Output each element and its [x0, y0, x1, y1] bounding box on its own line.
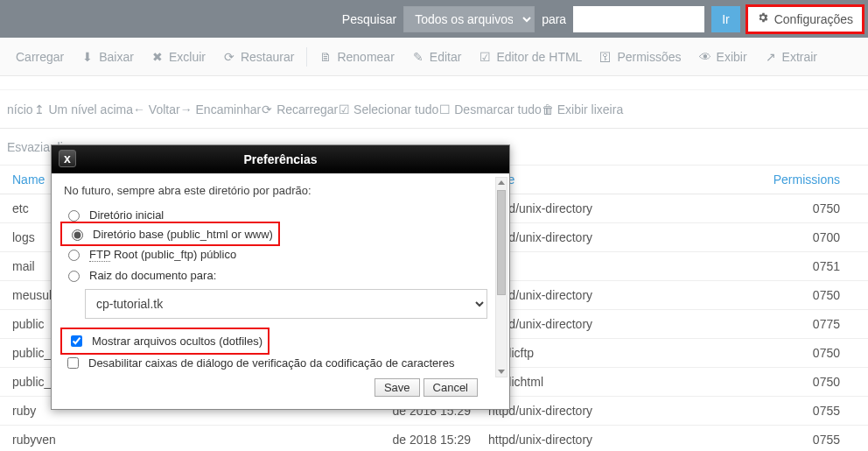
x-icon: ✖: [151, 50, 164, 64]
cell-permissions: 0755: [690, 433, 861, 447]
modal-lead-text: No futuro, sempre abra este diretório po…: [64, 184, 497, 197]
opt-ftp-label: FTP Root (public_ftp) público: [89, 248, 236, 261]
opt-base-radio[interactable]: [72, 229, 83, 241]
search-go-button[interactable]: Ir: [711, 6, 740, 32]
toolbar-separator: [306, 47, 307, 67]
download-button[interactable]: ⬇ Baixar: [73, 38, 143, 75]
view-trash-button[interactable]: 🗑 Exibir lixeira: [542, 102, 623, 116]
col-type-header[interactable]: Type: [488, 173, 690, 187]
opt-ftp-radio[interactable]: [68, 250, 80, 261]
table-row[interactable]: rubyvende 2018 15:29httpd/unix-directory…: [0, 426, 868, 451]
docroot-domain-select[interactable]: cp-tutorial.tk: [85, 289, 487, 319]
select-all-button[interactable]: ☑ Selecionar tudo: [338, 102, 438, 116]
extract-icon: ↗: [765, 50, 777, 64]
permissions-button[interactable]: ⚿ Permissões: [591, 38, 690, 75]
save-button[interactable]: Save: [374, 378, 420, 397]
key-icon: ⚿: [599, 50, 612, 64]
search-for-label: para: [542, 12, 566, 26]
cell-permissions: 0775: [690, 317, 861, 331]
view-button[interactable]: 👁 Exibir: [690, 38, 756, 75]
cell-type: httpd/unix-directory: [488, 288, 690, 302]
opt-docroot-label: Raiz do documento para:: [89, 269, 216, 282]
download-icon: ⬇: [81, 50, 94, 64]
pencil-icon: ✎: [412, 50, 424, 64]
rename-button[interactable]: 🗎 Renomear: [311, 38, 402, 75]
opt-show-dotfiles[interactable]: Mostrar arquivos ocultos (dotfiles): [67, 333, 262, 349]
extract-button[interactable]: ↗ Extrair: [756, 38, 826, 75]
search-scope-select[interactable]: Todos os arquivos: [403, 6, 535, 32]
preferences-modal: x Preferências No futuro, sempre abra es…: [51, 144, 510, 410]
encoding-dialog-label: Desabilitar caixas de diálogo de verific…: [88, 356, 454, 370]
reload-icon: ⟳: [261, 102, 273, 116]
search-label: Pesquisar: [342, 12, 396, 26]
reload-icon: ⟳: [223, 50, 235, 64]
cell-permissions: 0755: [690, 404, 861, 418]
up-icon: ↥: [33, 102, 46, 116]
navigation-toolbar: nício ↥ Um nível acima ← Voltar → Encami…: [0, 90, 868, 129]
edit-button[interactable]: ✎ Editar: [403, 38, 471, 75]
checkbox-empty-icon: ☐: [438, 102, 451, 116]
modal-scrollbar[interactable]: [495, 177, 508, 377]
cell-type: httpd/unix-directory: [488, 433, 690, 447]
cell-type: httpd/unix-directory: [488, 201, 690, 215]
opt-base-dir[interactable]: Diretório base (public_html or www): [67, 227, 273, 241]
forward-icon: →: [180, 102, 192, 116]
file-actions-toolbar: Carregar ⬇ Baixar ✖ Excluir ⟳ Restaurar …: [0, 38, 868, 76]
dotfiles-label: Mostrar arquivos ocultos (dotfiles): [92, 335, 262, 348]
cell-permissions: 0750: [690, 346, 861, 360]
cell-permissions: 0750: [690, 288, 861, 302]
home-button[interactable]: nício: [7, 102, 33, 116]
opt-docroot[interactable]: Raiz do documento para:: [64, 264, 497, 285]
settings-button-label: Configurações: [774, 12, 853, 26]
cell-type: publichtml: [488, 375, 690, 389]
back-icon: ←: [133, 102, 145, 116]
eye-icon: 👁: [699, 50, 711, 64]
opt-home-label: Diretório inicial: [89, 208, 164, 222]
cell-type: httpd/unix-directory: [488, 404, 690, 418]
modal-close-button[interactable]: x: [59, 150, 76, 167]
back-button[interactable]: ← Voltar: [133, 102, 180, 116]
forward-button[interactable]: → Encaminhar: [180, 102, 262, 116]
encoding-dialog-checkbox[interactable]: [67, 357, 79, 369]
modal-body: No futuro, sempre abra este diretório po…: [52, 173, 509, 409]
opt-home-radio[interactable]: [68, 210, 80, 222]
up-one-level-button[interactable]: ↥ Um nível acima: [33, 102, 133, 116]
opt-disable-encoding-dialog[interactable]: Desabilitar caixas de diálogo de verific…: [64, 351, 497, 375]
modal-title: Preferências: [52, 152, 509, 166]
cell-permissions: 0700: [690, 230, 861, 244]
modal-header: x Preferências: [52, 145, 509, 173]
col-permissions-header[interactable]: Permissions: [690, 173, 861, 187]
settings-button[interactable]: Configurações: [747, 6, 863, 32]
cell-type: httpd/unix-directory: [488, 230, 690, 244]
modal-footer: Save Cancel: [64, 375, 497, 404]
cancel-button[interactable]: Cancel: [424, 378, 478, 397]
cell-permissions: 0750: [690, 375, 861, 389]
opt-docroot-radio[interactable]: [68, 271, 80, 282]
close-icon: x: [64, 152, 71, 166]
cell-type: publicftp: [488, 346, 690, 360]
modal-scrollbar-thumb[interactable]: [497, 190, 506, 295]
cell-type: mail: [488, 259, 690, 273]
cell-permissions: 0750: [690, 201, 861, 215]
cell-name: rubyven: [7, 433, 243, 447]
trash-icon: 🗑: [542, 102, 554, 116]
cell-type: httpd/unix-directory: [488, 317, 690, 331]
deselect-all-button[interactable]: ☐ Desmarcar tudo: [438, 102, 541, 116]
opt-base-label: Diretório base (public_html or www): [93, 228, 273, 241]
delete-button[interactable]: ✖ Excluir: [143, 38, 214, 75]
html-editor-button[interactable]: ☑ Editor de HTML: [470, 38, 591, 75]
gear-icon: [757, 11, 769, 26]
dotfiles-checkbox[interactable]: [71, 335, 82, 347]
reload-button[interactable]: ⟳ Recarregar: [261, 102, 338, 116]
restore-button[interactable]: ⟳ Restaurar: [214, 38, 303, 75]
cell-modified: de 2018 15:29: [243, 433, 488, 447]
cell-permissions: 0751: [690, 259, 861, 273]
checkbox-icon: ☑: [338, 102, 350, 116]
checkbox-icon: ☑: [479, 50, 491, 64]
upload-button[interactable]: Carregar: [7, 38, 73, 75]
search-input[interactable]: [573, 6, 704, 32]
opt-ftp-root[interactable]: FTP Root (public_ftp) público: [64, 243, 497, 264]
top-search-bar: Pesquisar Todos os arquivos para Ir Conf…: [0, 0, 868, 38]
file-icon: 🗎: [319, 50, 332, 64]
opt-home-dir[interactable]: Diretório inicial: [64, 204, 497, 225]
